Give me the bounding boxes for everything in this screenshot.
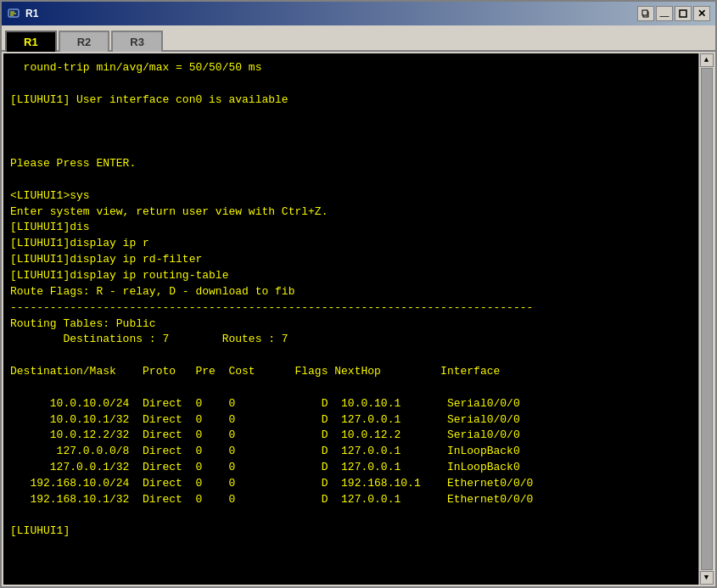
tab-r3[interactable]: R3 bbox=[111, 31, 163, 52]
restore-button[interactable] bbox=[637, 6, 654, 21]
scrollbar: ▲ ▼ bbox=[698, 53, 714, 585]
maximize-button[interactable] bbox=[675, 6, 692, 21]
tab-r2[interactable]: R2 bbox=[59, 31, 110, 52]
terminal-wrapper: round-trip min/avg/max = 50/50/50 ms [LI… bbox=[2, 52, 715, 586]
title-bar: R1 — ✕ bbox=[2, 2, 715, 25]
scroll-down-button[interactable]: ▼ bbox=[700, 571, 714, 585]
close-button[interactable]: ✕ bbox=[693, 6, 710, 21]
tab-r1[interactable]: R1 bbox=[5, 31, 57, 52]
terminal-output[interactable]: round-trip min/avg/max = 50/50/50 ms [LI… bbox=[3, 53, 698, 585]
svg-rect-6 bbox=[680, 10, 686, 17]
scroll-thumb[interactable] bbox=[701, 68, 713, 570]
tab-bar: R1 R2 R3 bbox=[2, 25, 715, 52]
app-icon bbox=[7, 7, 20, 20]
title-bar-left: R1 bbox=[7, 7, 38, 20]
scroll-up-button[interactable]: ▲ bbox=[700, 53, 714, 67]
svg-rect-5 bbox=[642, 10, 647, 15]
window-title: R1 bbox=[25, 8, 38, 20]
main-window: R1 — ✕ R1 R2 R3 round-trip min/avg/max =… bbox=[0, 0, 717, 588]
window-controls: — ✕ bbox=[637, 6, 710, 21]
minimize-button[interactable]: — bbox=[656, 6, 673, 21]
